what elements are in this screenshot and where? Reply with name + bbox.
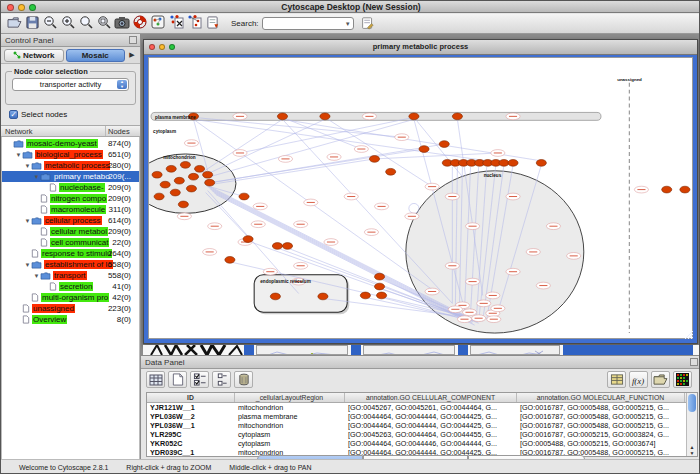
- expand-icon[interactable]: ▼: [15, 152, 22, 158]
- filter-icon[interactable]: [203, 15, 221, 31]
- zoom-fit-icon[interactable]: [77, 14, 95, 30]
- selected-node[interactable]: [508, 160, 518, 167]
- selected-node[interactable]: [174, 177, 184, 184]
- unselected-node[interactable]: [448, 306, 462, 313]
- unselected-node[interactable]: [294, 221, 308, 228]
- unselected-node[interactable]: [208, 223, 222, 230]
- unselected-node[interactable]: [405, 213, 419, 220]
- edge[interactable]: [210, 159, 375, 185]
- unselected-node[interactable]: [184, 140, 198, 147]
- selected-node[interactable]: [186, 185, 196, 192]
- tree-row-mosaic-demo-yeast[interactable]: mosaic-demo-yeast874(0): [2, 138, 139, 149]
- formula-icon[interactable]: f(x): [629, 371, 648, 388]
- unselect-attributes-icon[interactable]: [212, 371, 231, 388]
- float-panel-icon[interactable]: [690, 358, 698, 366]
- unselected-node[interactable]: [506, 268, 520, 275]
- tree-row-nitrogen-compo[interactable]: nitrogen compo209(0): [2, 193, 139, 204]
- selected-node[interactable]: [160, 181, 170, 188]
- chevron-down-icon[interactable]: ▼: [345, 21, 351, 27]
- selected-node[interactable]: [439, 141, 449, 148]
- unselected-node[interactable]: [395, 134, 409, 141]
- unselected-node[interactable]: [203, 249, 217, 256]
- selected-node[interactable]: [178, 201, 188, 208]
- unselected-node[interactable]: [486, 292, 500, 299]
- tree-row-unassigned[interactable]: unassigned223(0): [2, 303, 139, 314]
- selected-node[interactable]: [419, 146, 429, 153]
- snapshot-icon[interactable]: [113, 15, 131, 31]
- selected-node[interactable]: [243, 236, 253, 243]
- unselected-node[interactable]: [491, 305, 505, 312]
- unselected-node[interactable]: [526, 249, 540, 256]
- tree-row-macromolecule[interactable]: macromolecule311(0): [2, 204, 139, 215]
- selected-node[interactable]: [452, 113, 462, 120]
- column-header-1[interactable]: _cellularLayoutRegion: [235, 393, 345, 402]
- search-config-icon[interactable]: [359, 16, 377, 32]
- selected-node[interactable]: [170, 189, 180, 196]
- unselected-node[interactable]: [491, 150, 505, 157]
- search-input[interactable]: ▼: [262, 17, 354, 30]
- selected-node[interactable]: [374, 283, 384, 290]
- selected-node[interactable]: [180, 161, 190, 168]
- column-header-2[interactable]: annotation.GO CELLULAR_COMPONENT: [345, 393, 517, 402]
- network-canvas[interactable]: plasma membranecytoplasmmitochondrionnuc…: [148, 57, 693, 339]
- node-color-dropdown[interactable]: transporter activity ▲▼: [12, 78, 129, 91]
- unselected-node[interactable]: [445, 262, 459, 269]
- edge[interactable]: [202, 119, 283, 172]
- selected-node[interactable]: [270, 293, 280, 300]
- selected-node[interactable]: [188, 173, 198, 180]
- unselected-node[interactable]: [634, 186, 648, 193]
- selected-node[interactable]: [277, 113, 287, 120]
- unselected-node[interactable]: [177, 213, 191, 220]
- unselected-node[interactable]: [506, 193, 520, 200]
- unselected-node[interactable]: [462, 309, 476, 316]
- unselected-node[interactable]: [327, 154, 341, 161]
- unselected-node[interactable]: [465, 278, 479, 285]
- network-graph[interactable]: plasma membranecytoplasmmitochondrionnuc…: [149, 58, 692, 338]
- tree-row-response-to-stimulu[interactable]: response to stimulu264(0): [2, 248, 139, 259]
- save-icon[interactable]: [23, 15, 41, 31]
- network-view-titlebar[interactable]: primary metabolic process: [144, 40, 697, 55]
- tree-row-cell-communicat[interactable]: cell communicat22(0): [2, 237, 139, 248]
- scrollbar-thumb[interactable]: [688, 394, 696, 412]
- expand-icon[interactable]: ▼: [24, 218, 31, 224]
- unselected-node[interactable]: [546, 223, 560, 230]
- expand-icon[interactable]: ▼: [33, 273, 40, 279]
- unselected-node[interactable]: [304, 199, 318, 206]
- selected-node[interactable]: [282, 243, 292, 250]
- zoom-selected-icon[interactable]: [95, 14, 113, 30]
- unselected-node[interactable]: [536, 282, 550, 289]
- tree-row-metabolic-process[interactable]: ▼metabolic process280(0): [2, 160, 139, 171]
- selected-node[interactable]: [369, 156, 379, 163]
- window-titlebar[interactable]: Cytoscape Desktop (New Session): [1, 1, 700, 13]
- unselected-node[interactable]: [487, 316, 501, 323]
- tree-row-establishment-of-lo[interactable]: ▼establishment of lo558(0): [2, 259, 139, 270]
- edge[interactable]: [206, 119, 325, 174]
- selected-node[interactable]: [320, 113, 330, 120]
- unselected-node[interactable]: [251, 221, 265, 228]
- unselected-node[interactable]: [324, 239, 338, 246]
- table-row[interactable]: YLR295Ccytoplasm[GO:0045263, GO:0044464,…: [147, 430, 686, 439]
- unselected-node[interactable]: [506, 113, 520, 120]
- delete-attribute-icon[interactable]: [234, 371, 253, 388]
- column-header-0[interactable]: ID: [147, 393, 235, 402]
- selected-node[interactable]: [203, 171, 213, 178]
- tab-network[interactable]: Network: [4, 49, 64, 62]
- unselected-node[interactable]: [364, 229, 378, 236]
- tree-row-primary-metabo[interactable]: ▼primary metabo209(...: [2, 171, 139, 182]
- unselected-node[interactable]: [465, 223, 479, 230]
- select-attributes-icon[interactable]: [190, 371, 209, 388]
- table-row[interactable]: YKR052Ccytoplasm[GO:0044464, GO:0044446,…: [147, 439, 686, 448]
- selected-node[interactable]: [318, 293, 328, 300]
- layout-network-icon[interactable]: [167, 14, 185, 30]
- unselected-node[interactable]: [263, 268, 277, 275]
- table-row[interactable]: YPL036W__1mitochondrion[GO:0044464, GO:0…: [147, 421, 686, 430]
- selected-node[interactable]: [225, 256, 235, 263]
- zoom-out-icon[interactable]: [41, 14, 59, 30]
- table-scrollbar[interactable]: ▲▼: [686, 393, 697, 456]
- heatmap-icon[interactable]: [673, 371, 692, 388]
- tree-row-cellular-metabol[interactable]: cellular metabol209(0): [2, 226, 139, 237]
- unselected-node[interactable]: [374, 203, 388, 210]
- selected-node[interactable]: [680, 186, 690, 193]
- selected-node[interactable]: [154, 193, 164, 200]
- unselected-node[interactable]: [344, 193, 358, 200]
